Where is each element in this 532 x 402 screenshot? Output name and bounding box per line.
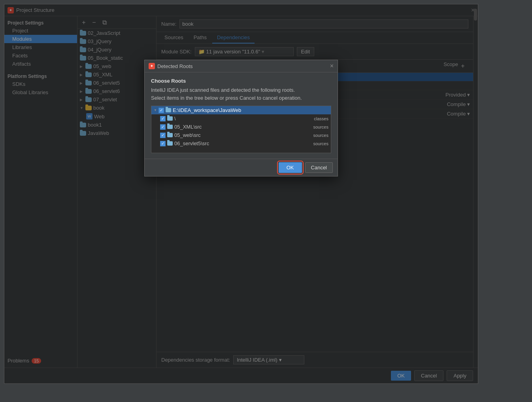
root-checkbox[interactable]: ✓: [158, 108, 164, 113]
folder-icon: [167, 133, 173, 137]
modal-footer: OK Cancel: [145, 159, 338, 176]
tree-child-label: 05_XML\src: [174, 124, 202, 130]
modal-heading: Choose Roots: [151, 78, 331, 84]
tree-root-label: E:\IDEA_workspace\JavaWeb: [173, 107, 241, 113]
tree-row[interactable]: ✓ \ classes: [151, 114, 331, 123]
modal-close-button[interactable]: ×: [330, 63, 334, 70]
modal-tree: ▼ ✓ E:\IDEA_workspace\JavaWeb ✓ \ classe…: [151, 106, 331, 153]
child-checkbox[interactable]: ✓: [160, 124, 166, 130]
tree-row[interactable]: ✓ 05_web\src sources: [151, 131, 331, 139]
modal-title-left: ✦ Detected Roots: [149, 63, 193, 69]
child-checkbox[interactable]: ✓: [160, 116, 166, 121]
folder-icon: [167, 141, 173, 146]
detected-roots-dialog: ✦ Detected Roots × Choose Roots IntelliJ…: [144, 60, 338, 176]
tree-child-label: \: [174, 116, 176, 121]
modal-cancel-button[interactable]: Cancel: [305, 162, 333, 173]
tree-row[interactable]: ✓ 06_servlet5\src sources: [151, 139, 331, 148]
chevron-down-icon: ▼: [154, 108, 157, 112]
tree-child-label: 06_servlet5\src: [174, 140, 209, 146]
tree-tag: sources: [313, 133, 328, 138]
folder-icon: [167, 125, 173, 129]
modal-ok-button[interactable]: OK: [279, 162, 302, 173]
child-checkbox[interactable]: ✓: [160, 141, 166, 146]
modal-overlay: ✦ Detected Roots × Choose Roots IntelliJ…: [4, 4, 478, 383]
tree-tag: classes: [314, 116, 328, 121]
folder-icon: [166, 108, 171, 112]
child-checkbox[interactable]: ✓: [160, 133, 166, 138]
tree-child-label: 05_web\src: [174, 132, 200, 138]
tree-root-row[interactable]: ▼ ✓ E:\IDEA_workspace\JavaWeb: [151, 106, 331, 114]
modal-description: IntelliJ IDEA just scanned files and det…: [151, 86, 331, 102]
tree-tag: sources: [313, 141, 328, 146]
folder-icon: [167, 116, 173, 121]
modal-body: Choose Roots IntelliJ IDEA just scanned …: [145, 72, 338, 159]
tree-row[interactable]: ✓ 05_XML\src sources: [151, 123, 331, 131]
modal-app-icon: ✦: [149, 63, 155, 69]
modal-title: Detected Roots: [157, 63, 193, 69]
modal-title-bar: ✦ Detected Roots ×: [145, 60, 338, 72]
tree-tag: sources: [313, 125, 328, 129]
main-window: ✦ Project Structure × Project Settings P…: [4, 4, 478, 384]
